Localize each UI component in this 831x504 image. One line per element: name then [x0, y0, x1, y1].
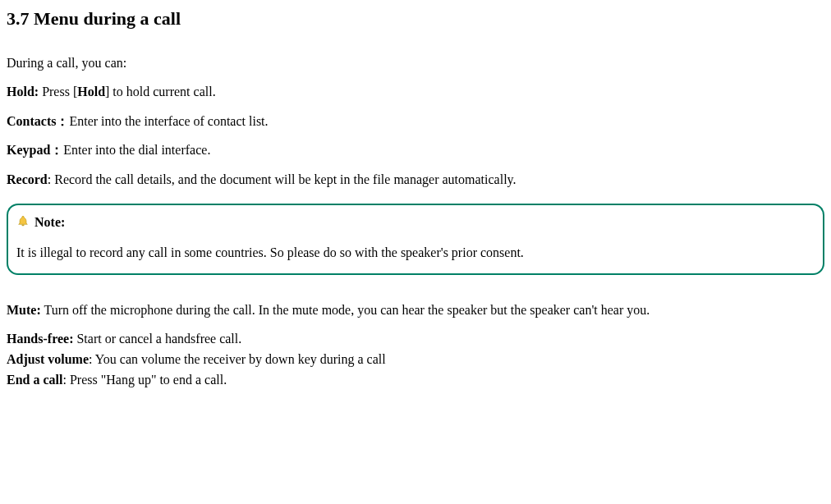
note-body: It is illegal to record any call in some…: [16, 244, 815, 262]
item-contacts-text: Enter into the interface of contact list…: [69, 114, 268, 128]
item-handsfree-label: Hands-free:: [7, 332, 73, 346]
item-end-call-text: : Press "Hang up" to end a call.: [62, 373, 227, 387]
item-record-label: Record: [7, 172, 48, 186]
item-keypad-text: Enter into the dial interface.: [63, 143, 210, 157]
item-hold-label: Hold:: [7, 85, 39, 99]
note-box: Note: It is illegal to record any call i…: [7, 204, 824, 275]
intro-text: During a call, you can:: [7, 54, 824, 72]
item-hold: Hold: Press [Hold] to hold current call.: [7, 83, 824, 101]
item-handsfree: Hands-free: Start or cancel a handsfree …: [7, 330, 824, 348]
item-hold-text-before: Press [: [39, 85, 77, 99]
note-header: Note:: [16, 213, 815, 231]
item-record-text: : Record the call details, and the docum…: [48, 172, 517, 186]
item-handsfree-text: Start or cancel a handsfree call.: [73, 332, 241, 346]
item-end-call-label: End a call: [7, 373, 62, 387]
item-mute-text: Turn off the microphone during the call.…: [41, 303, 650, 317]
note-title: Note:: [34, 213, 65, 231]
item-adjust-volume: Adjust volume: You can volume the receiv…: [7, 351, 824, 369]
bell-icon: [16, 215, 30, 228]
item-contacts: Contacts：Enter into the interface of con…: [7, 112, 824, 131]
item-mute: Mute: Turn off the microphone during the…: [7, 301, 824, 319]
item-keypad-label: Keypad：: [7, 143, 63, 157]
section-heading: 3.7 Menu during a call: [7, 7, 824, 31]
item-record: Record: Record the call details, and the…: [7, 171, 824, 189]
item-end-call: End a call: Press "Hang up" to end a cal…: [7, 371, 824, 389]
item-adjust-volume-label: Adjust volume: [7, 352, 89, 366]
item-keypad: Keypad：Enter into the dial interface.: [7, 141, 824, 159]
item-adjust-volume-text: : You can volume the receiver by down ke…: [89, 352, 386, 366]
item-hold-text-after: ] to hold current call.: [105, 85, 216, 99]
item-mute-label: Mute:: [7, 303, 41, 317]
item-contacts-label: Contacts：: [7, 114, 69, 128]
item-hold-inner-bold: Hold: [77, 85, 105, 99]
